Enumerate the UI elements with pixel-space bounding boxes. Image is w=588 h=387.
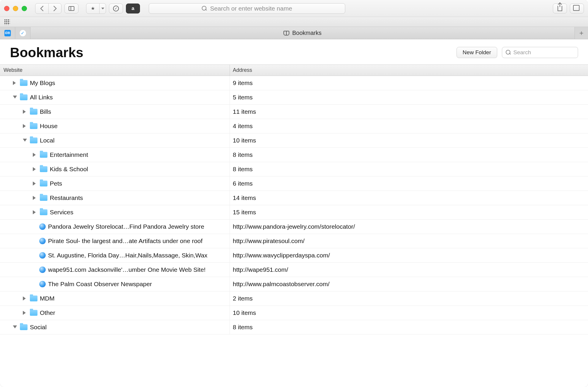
table-row[interactable]: Bills11 items xyxy=(0,105,588,119)
table-row[interactable]: Services15 items xyxy=(0,205,588,220)
disclosure-right-icon[interactable] xyxy=(23,124,27,128)
cell-website: The Palm Coast Observer Newspaper xyxy=(0,277,230,291)
tab-bar: iDB ✓ Bookmarks + xyxy=(0,27,588,39)
table-row[interactable]: Other10 items xyxy=(0,306,588,320)
bookmarks-list: My Blogs9 itemsAll Links5 itemsBills11 i… xyxy=(0,76,588,335)
table-row[interactable]: St. Augustine, Florida Day…Hair,Nails,Ma… xyxy=(0,248,588,263)
row-name: Pets xyxy=(50,180,62,187)
wunderlist-button[interactable]: ✓ xyxy=(109,4,123,13)
table-row[interactable]: Entertainment8 items xyxy=(0,148,588,162)
disclosure-right-icon[interactable] xyxy=(23,110,27,114)
table-row[interactable]: My Blogs9 items xyxy=(0,76,588,90)
bookmarks-search[interactable]: Search xyxy=(502,47,578,58)
row-name: Local xyxy=(40,137,54,144)
disclosure-down-icon[interactable] xyxy=(23,139,27,143)
fullscreen-window-icon[interactable] xyxy=(22,6,27,11)
top-sites-button[interactable]: ★ xyxy=(86,4,99,13)
cell-website: House xyxy=(0,119,230,133)
disclosure-right-icon[interactable] xyxy=(13,81,17,85)
table-row[interactable]: All Links5 items xyxy=(0,90,588,105)
disclosure-down-icon[interactable] xyxy=(13,325,17,330)
table-row[interactable]: wape951.com Jacksonville'…umber One Movi… xyxy=(0,263,588,277)
sidebar-button[interactable] xyxy=(64,4,78,13)
pinned-tab-check[interactable]: ✓ xyxy=(15,27,30,39)
row-name: Restaurants xyxy=(50,194,83,201)
favorites-button-group: ★ xyxy=(86,3,106,14)
disclosure-right-icon[interactable] xyxy=(33,210,37,214)
amazon-icon: a xyxy=(131,6,134,11)
new-tab-button[interactable]: + xyxy=(575,27,588,39)
cell-website: Pets xyxy=(0,176,230,191)
new-folder-button[interactable]: New Folder xyxy=(457,47,497,58)
cell-website: Entertainment xyxy=(0,148,230,162)
table-row[interactable]: Restaurants14 items xyxy=(0,191,588,205)
cell-address: 4 items xyxy=(230,123,588,130)
row-name: My Blogs xyxy=(30,79,55,86)
disclosure-right-icon[interactable] xyxy=(23,296,27,301)
table-row[interactable]: The Palm Coast Observer Newspaperhttp://… xyxy=(0,277,588,291)
favorites-bar xyxy=(0,17,588,27)
cell-website: My Blogs xyxy=(0,76,230,90)
address-placeholder: Search or enter website name xyxy=(210,5,292,12)
active-tab[interactable]: Bookmarks xyxy=(30,27,575,39)
disclosure-right-icon[interactable] xyxy=(33,153,37,157)
folder-icon xyxy=(30,123,37,129)
table-row[interactable]: Pirate Soul- the largest and…ate Artifac… xyxy=(0,234,588,248)
folder-icon xyxy=(40,152,47,158)
cell-address: 5 items xyxy=(230,94,588,101)
cell-website: Other xyxy=(0,306,230,320)
table-header: Website Address xyxy=(0,64,588,76)
disclosure-right-icon[interactable] xyxy=(33,181,37,186)
cell-website: Pandora Jewelry Storelocat…Find Pandora … xyxy=(0,220,230,234)
cell-website: Social xyxy=(0,320,230,334)
disclosure-right-icon[interactable] xyxy=(33,196,37,200)
folder-icon xyxy=(20,324,28,330)
amazon-button[interactable]: a xyxy=(126,4,140,13)
folder-icon xyxy=(30,138,37,143)
favorites-dropdown[interactable] xyxy=(99,4,106,13)
disclosure-down-icon[interactable] xyxy=(13,96,17,100)
window-controls xyxy=(4,6,27,11)
pinned-tab-idb[interactable]: iDB xyxy=(0,27,15,39)
folder-icon xyxy=(40,181,47,186)
show-tabs-button[interactable] xyxy=(570,4,584,13)
tabs-icon xyxy=(574,6,580,11)
cell-address: http://www.palmcoastobserver.com/ xyxy=(230,281,588,288)
minimize-window-icon[interactable] xyxy=(13,6,18,11)
back-button[interactable] xyxy=(35,4,48,13)
search-placeholder: Search xyxy=(513,49,531,56)
table-row[interactable]: Social8 items xyxy=(0,320,588,335)
table-row[interactable]: Pets6 items xyxy=(0,176,588,191)
cell-website: Pirate Soul- the largest and…ate Artifac… xyxy=(0,234,230,248)
cell-address: 11 items xyxy=(230,108,588,115)
cell-website: Kids & School xyxy=(0,162,230,176)
disclosure-right-icon[interactable] xyxy=(23,311,27,315)
column-address[interactable]: Address xyxy=(230,65,588,76)
share-button[interactable] xyxy=(553,4,567,13)
cell-website: Bills xyxy=(0,105,230,119)
table-row[interactable]: Pandora Jewelry Storelocat…Find Pandora … xyxy=(0,220,588,234)
bookmarks-icon xyxy=(283,31,289,35)
table-row[interactable]: House4 items xyxy=(0,119,588,133)
disclosure-right-icon[interactable] xyxy=(33,167,37,171)
address-bar[interactable]: Search or enter website name xyxy=(149,3,345,14)
close-window-icon[interactable] xyxy=(4,6,9,11)
table-row[interactable]: Kids & School8 items xyxy=(0,162,588,176)
row-name: Entertainment xyxy=(50,151,88,158)
apps-grid-icon[interactable] xyxy=(4,19,10,25)
cell-address: 8 items xyxy=(230,166,588,173)
globe-icon xyxy=(39,252,46,259)
check-circle-icon: ✓ xyxy=(113,6,119,11)
sidebar-icon xyxy=(69,6,74,11)
folder-icon xyxy=(30,310,37,316)
cell-website: Services xyxy=(0,205,230,219)
row-name: Kids & School xyxy=(50,166,88,173)
cell-address: 2 items xyxy=(230,295,588,302)
folder-icon xyxy=(30,296,37,301)
table-row[interactable]: MDM2 items xyxy=(0,291,588,306)
column-website[interactable]: Website xyxy=(0,65,230,76)
page-title: Bookmarks xyxy=(10,45,452,60)
table-row[interactable]: Local10 items xyxy=(0,133,588,148)
forward-button[interactable] xyxy=(48,4,61,13)
nav-back-forward xyxy=(35,3,61,14)
